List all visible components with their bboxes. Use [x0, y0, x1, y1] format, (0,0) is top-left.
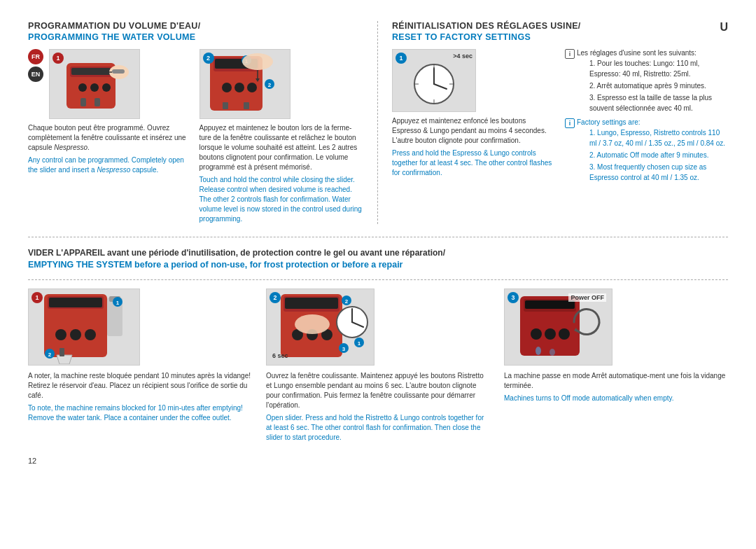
step1-with-lang: FR EN 1: [28, 49, 192, 119]
svg-text:3: 3: [342, 346, 345, 352]
middle-title-en: EMPTYING THE SYSTEM before a period of n…: [28, 259, 728, 272]
svg-text:1: 1: [115, 300, 119, 306]
svg-rect-41: [59, 348, 64, 356]
svg-point-3: [78, 83, 87, 92]
reset-step1-image: 1 >4 sec: [392, 49, 476, 112]
svg-point-5: [102, 83, 111, 92]
svg-rect-64: [525, 300, 575, 309]
en-badge: EN: [28, 67, 43, 82]
svg-point-15: [234, 83, 244, 92]
bottom-step1-image: 1: [28, 289, 140, 366]
bottom-step2-text: Ouvrez la fenêtre coulissante. Maintenez…: [266, 371, 490, 443]
svg-point-21: [242, 53, 273, 70]
lang-badges: FR EN: [28, 49, 43, 82]
six-sec-label: 6 sec: [272, 352, 288, 359]
bottom-step3: 3 Power OFF: [504, 289, 728, 443]
bottom-step3-image: 3 Power OFF: [504, 289, 612, 366]
svg-rect-9: [112, 69, 125, 74]
svg-point-70: [550, 349, 555, 356]
top-right-section: RÉINITIALISATION DES RÉGLAGES USINE/ RES…: [378, 21, 728, 224]
svg-point-69: [536, 347, 541, 355]
svg-point-36: [55, 329, 66, 340]
factory-fr-item-3: 3. Espresso est la taille de tasse la pl…: [589, 92, 728, 113]
reset-step1-text: Appuyez et maintenez enfoncé les boutons…: [392, 116, 555, 178]
main-container: PROGRAMMATION DU VOLUME D'EAU/ PROGRAMMI…: [28, 21, 728, 465]
svg-rect-2: [71, 68, 111, 75]
factory-en-intro: Factory settings are:: [577, 118, 728, 126]
top-right-title-en: RESET TO FACTORY SETTINGS: [392, 32, 728, 42]
top-section: PROGRAMMATION DU VOLUME D'EAU/ PROGRAMMI…: [28, 21, 728, 237]
step1-text-en: Any control can be programmed. Completel…: [28, 155, 192, 175]
factory-fr-intro: Les réglages d'usine sont les suivants:: [577, 49, 728, 57]
svg-point-4: [90, 83, 99, 92]
svg-rect-7: [94, 98, 100, 106]
svg-point-14: [222, 83, 232, 92]
factory-en-item-2: 2. Automatic Off mode after 9 minutes.: [589, 150, 728, 160]
step2-number: 2: [203, 53, 214, 64]
time-label: >4 sec: [453, 53, 472, 60]
factory-en-item-1: 1. Lungo, Espresso, Ristretto controls 1…: [589, 127, 728, 148]
top-left-title-en: PROGRAMMING THE WATER VOLUME: [28, 32, 363, 42]
svg-rect-6: [80, 98, 86, 106]
bottom-step2-text-en: Open slider. Press and hold the Ristrett…: [266, 413, 490, 443]
svg-point-37: [70, 329, 81, 340]
step1-text: Chaque bouton peut être programmé. Ouvre…: [28, 123, 192, 175]
svg-rect-48: [285, 298, 338, 309]
factory-en-text: Factory settings are: 1. Lungo, Espresso…: [577, 118, 728, 184]
bottom-step1-illustration: 2 1: [30, 291, 139, 364]
step2-illustration: 1 2: [203, 49, 287, 119]
factory-fr-block: i Les réglages d'usine sont les suivants…: [565, 49, 728, 115]
bottom-step1-text-fr: A noter, la machine reste bloquée pendan…: [28, 371, 252, 401]
bottom-step3-text: La machine passe en mode Arrêt automatiq…: [504, 371, 728, 403]
svg-text:2: 2: [267, 82, 271, 88]
top-right-content: 1 >4 sec: [392, 49, 728, 188]
factory-fr-text: Les réglages d'usine sont les suivants: …: [577, 49, 728, 115]
fr-badge: FR: [28, 49, 43, 64]
svg-rect-24: [223, 102, 228, 109]
top-left-steps: FR EN 1: [28, 49, 363, 224]
middle-title-fr: VIDER L'APPAREIL avant une période d'inu…: [28, 247, 728, 259]
step2-text: Appuyez et maintenez le bouton lors de l…: [200, 123, 364, 224]
step1-illustration: [56, 53, 133, 116]
reset-step1-text-fr: Appuyez et maintenez enfoncé les boutons…: [392, 116, 555, 146]
top-left-step2: 2 1: [200, 49, 364, 224]
svg-point-65: [531, 328, 542, 340]
middle-title-section: VIDER L'APPAREIL avant une période d'inu…: [28, 247, 728, 271]
step2-text-fr: Appuyez et maintenez le bouton lors de l…: [200, 123, 364, 172]
step2-text-en: Touch and hold the control while closing…: [200, 175, 364, 224]
bottom-step1: 1: [28, 289, 252, 443]
bottom-step2-text-fr: Ouvrez la fenêtre coulissante. Maintenez…: [266, 371, 490, 410]
factory-settings: i Les réglages d'usine sont les suivants…: [565, 49, 728, 188]
bottom-step2-image: 2 6 sec: [266, 289, 374, 366]
svg-point-67: [559, 328, 570, 340]
svg-rect-35: [49, 298, 102, 307]
info-icon-en: i: [565, 118, 575, 128]
page-number: 12: [28, 457, 728, 465]
top-left-section: PROGRAMMATION DU VOLUME D'EAU/ PROGRAMMI…: [28, 21, 378, 224]
svg-text:2: 2: [344, 298, 348, 305]
top-left-step1: FR EN 1: [28, 49, 192, 224]
svg-point-66: [545, 328, 556, 340]
reset-step1-number: 1: [396, 53, 407, 64]
bottom-step2: 2 6 sec: [266, 289, 490, 443]
clock-illustration: [399, 53, 469, 109]
u-letter: U: [720, 21, 728, 34]
bottom-step1-text-en: To note, the machine remains blocked for…: [28, 403, 252, 423]
power-off-label: Power OFF: [568, 293, 606, 302]
svg-point-16: [247, 83, 257, 92]
bottom-step1-text: A noter, la machine reste bloquée pendan…: [28, 371, 252, 423]
top-left-title-fr: PROGRAMMATION DU VOLUME D'EAU/: [28, 21, 363, 31]
reset-step1-top: 1 >4 sec: [392, 49, 555, 112]
svg-text:2: 2: [48, 352, 51, 358]
step2-image: 2 1: [200, 49, 290, 119]
reset-step1-text-en: Press and hold the Espresso & Lungo cont…: [392, 148, 555, 178]
factory-fr-list: 1. Pour les touches: Lungo: 110 ml, Espr…: [589, 58, 728, 113]
factory-en-item-3: 3. Most frequently chosen cup size as Es…: [589, 162, 728, 183]
bottom-step3-text-en: Machines turns to Off mode automatically…: [504, 394, 728, 403]
svg-point-52: [295, 314, 330, 334]
step1-image: 1: [49, 49, 140, 119]
svg-point-38: [85, 329, 96, 340]
bottom-step3-text-fr: La machine passe en mode Arrêt automatiq…: [504, 371, 728, 391]
step1-number: 1: [52, 53, 64, 64]
factory-en-block: i Factory settings are: 1. Lungo, Espres…: [565, 118, 728, 184]
